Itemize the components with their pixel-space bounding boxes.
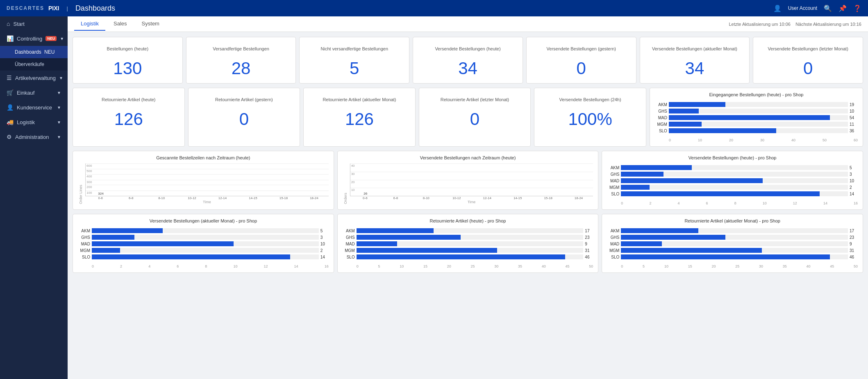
dashboard: Bestellungen (heute) 130 Versandfertige … xyxy=(68,32,868,278)
kpi-label: Versendete Bestellungen (letzter Monat) xyxy=(758,42,858,55)
chart-title: Versendete Bestellungen nach Zeitraum (h… xyxy=(343,155,593,160)
sidebar-item-kundenservice[interactable]: 👤 Kundenservice ▼ xyxy=(0,100,68,115)
bar-value: 19 xyxy=(850,102,858,107)
sidebar-item-label-controlling: Controlling xyxy=(17,36,42,42)
chart-title: Versendete Bestellungen (heute) - pro Sh… xyxy=(607,155,858,160)
sidebar-item-label-einkauf: Einkauf xyxy=(17,90,34,96)
kpi-value: 0 xyxy=(758,59,858,78)
kpi-label: Versendete Bestellungen (heute) xyxy=(418,42,518,55)
kpi-label: Retournierte Artikel (gestern) xyxy=(193,93,295,106)
truck-icon: 🚚 xyxy=(7,119,14,125)
list-icon: ☰ xyxy=(7,75,12,81)
sidebar-sub-label-dashboards: Dashboards xyxy=(15,49,41,55)
kpi-label: Versendete Bestellungen (gestern) xyxy=(532,42,631,55)
kpi-versendete-gestern: Versendete Bestellungen (gestern) 0 xyxy=(526,37,636,84)
bar-row-akm: AKM 19 xyxy=(655,102,858,107)
bar-label: GHS xyxy=(655,109,667,113)
eingegangene-bestellungen-chart: Eingegangene Bestellungen (heute) - pro … xyxy=(650,88,863,147)
sidebar-item-logistik[interactable]: 🚚 Logistik ▼ xyxy=(0,115,68,129)
chart-icon: 📊 xyxy=(7,35,14,42)
header-title: Dashboards xyxy=(75,4,115,13)
kpi-label: Versendete Bestellungen (24h) xyxy=(539,93,641,106)
user-account[interactable]: User Account xyxy=(788,5,817,11)
bar-fill xyxy=(669,128,776,133)
search-icon[interactable]: 🔍 xyxy=(824,5,832,12)
sidebar-item-administration[interactable]: ⚙ Administration ▼ xyxy=(0,129,68,144)
kpi-nicht-versandfertige: Nicht versandfertige Bestellungen 5 xyxy=(299,37,409,84)
tab-bar: Logistik Sales System Letzte Aktualisier… xyxy=(68,16,868,32)
kpi-value: 126 xyxy=(309,109,410,129)
bar-value: 36 xyxy=(850,129,858,133)
top-header: DESCARTES PIXI | Dashboards 👤 User Accou… xyxy=(0,0,868,16)
sidebar-item-label-kundenservice: Kundenservice xyxy=(17,104,52,111)
versendete-monat-shop-chart: Versendete Bestellungen (aktueller Monat… xyxy=(73,214,334,273)
kpi-row-1: Bestellungen (heute) 130 Versandfertige … xyxy=(73,37,863,84)
kpi-bestellungen-heute: Bestellungen (heute) 130 xyxy=(73,37,183,84)
new-badge-controlling: NEU xyxy=(45,36,57,41)
kpi-label: Versandfertige Bestellungen xyxy=(191,42,291,55)
sidebar-item-artikelverwaltung[interactable]: ☰ Artikelverwaltung ▼ xyxy=(0,70,68,85)
main-content: Logistik Sales System Letzte Aktualisier… xyxy=(68,16,868,379)
sidebar-item-dashboards[interactable]: Dashboards NEU xyxy=(0,46,68,58)
tab-sales[interactable]: Sales xyxy=(107,17,134,31)
kpi-value: 28 xyxy=(191,59,291,78)
gescannte-chart: Gescannte Bestellzeilen nach Zeitraum (h… xyxy=(73,151,334,210)
bar-value: 11 xyxy=(850,122,858,127)
sidebar-item-ueberkaufe[interactable]: Überverkäufe xyxy=(0,58,68,70)
help-icon[interactable]: ❓ xyxy=(853,5,861,12)
kpi-retourniert-letzter-monat: Retournierte Artikel (letzter Monat) 0 xyxy=(419,88,531,147)
tab-logistik[interactable]: Logistik xyxy=(74,17,105,31)
kpi-versandfertige: Versandfertige Bestellungen 28 xyxy=(186,37,296,84)
kpi-versendete-heute: Versendete Bestellungen (heute) 34 xyxy=(413,37,523,84)
bar-row-ghs: GHS 10 xyxy=(655,109,858,113)
kpi-value: 5 xyxy=(304,59,404,78)
tab-system[interactable]: System xyxy=(135,17,166,31)
sidebar-item-einkauf[interactable]: 🛒 Einkauf ▼ xyxy=(0,85,68,100)
kpi-value: 34 xyxy=(645,59,745,78)
sidebar-item-controlling[interactable]: 📊 Controlling NEU ▼ xyxy=(0,31,68,46)
logo-descartes: DESCARTES xyxy=(7,5,44,11)
row-2: Retournierte Artikel (heute) 126 Retourn… xyxy=(73,88,863,147)
bar-fill xyxy=(669,115,830,120)
chart-title: Retournierte Artikel (aktueller Monat) -… xyxy=(607,218,858,223)
bar-fill xyxy=(669,122,702,127)
new-badge-dashboards: NEU xyxy=(44,49,55,55)
sidebar-item-label-artikelverwaltung: Artikelverwaltung xyxy=(15,75,56,81)
sidebar-item-label-start: Start xyxy=(13,21,24,27)
charts-row-3: Gescannte Bestellzeilen nach Zeitraum (h… xyxy=(73,151,863,210)
chart-title: Gescannte Bestellzeilen nach Zeitraum (h… xyxy=(78,155,329,160)
cart-icon: 🛒 xyxy=(7,89,14,96)
kpi-retourniert-heute: Retournierte Artikel (heute) 126 xyxy=(73,88,185,147)
chart-title: Versendete Bestellungen (aktueller Monat… xyxy=(78,218,329,223)
chevron-down-icon-3: ▼ xyxy=(57,91,61,95)
header-divider: | xyxy=(66,5,68,11)
bar-track xyxy=(669,102,848,107)
kpi-value: 0 xyxy=(193,109,295,129)
sidebar-sub-label-ueberkaufe: Überverkäufe xyxy=(15,61,44,67)
bar-label: MGM xyxy=(655,122,667,127)
bar-row-slo: SLO 36 xyxy=(655,128,858,133)
pin-icon[interactable]: 📌 xyxy=(838,5,847,12)
person-icon[interactable]: 👤 xyxy=(773,5,782,12)
h-bar-container: AKM5 GHS3 MAD10 MGM2 SLO14 xyxy=(607,163,858,200)
chart-title: Eingegangene Bestellungen (heute) - pro … xyxy=(655,92,858,97)
logo-pixi: PIXI xyxy=(48,5,59,11)
retournierte-heute-shop-chart: Retournierte Artikel (heute) - pro Shop … xyxy=(337,214,599,273)
bar-row-mad: MAD 54 xyxy=(655,115,858,120)
kpi-value: 130 xyxy=(78,59,177,78)
bar-fill xyxy=(669,109,699,113)
bar-track xyxy=(669,109,848,113)
kpi-label: Retournierte Artikel (aktueller Monat) xyxy=(309,93,410,106)
sidebar-item-label-logistik: Logistik xyxy=(17,119,35,125)
bar-value: 54 xyxy=(850,116,858,120)
sidebar-item-start[interactable]: ⌂ Start xyxy=(0,16,68,31)
chevron-down-icon: ▼ xyxy=(60,36,64,41)
bar-label: MAD xyxy=(655,116,667,120)
home-icon: ⌂ xyxy=(7,20,10,27)
kpi-value: 126 xyxy=(78,109,180,129)
kpi-value: 34 xyxy=(418,59,518,78)
bar-track xyxy=(669,128,848,133)
kpi-label: Versendete Bestellungen (aktueller Monat… xyxy=(645,42,745,55)
person-icon-2: 👤 xyxy=(7,104,14,111)
bar-fill xyxy=(669,102,726,107)
